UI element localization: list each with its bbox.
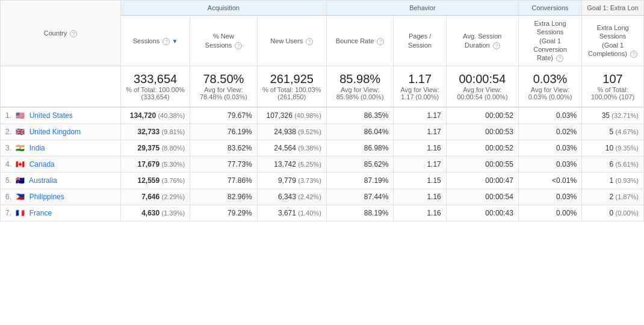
rank: 4. bbox=[5, 160, 11, 169]
rank: 1. bbox=[5, 111, 11, 120]
summary-bounce: 85.98% Avg for View: 85.98% (0.00%) bbox=[326, 66, 394, 108]
sessions-help-icon[interactable]: ? bbox=[163, 38, 170, 45]
bounce-value: 86.04% bbox=[326, 124, 394, 140]
table-row: 3. 🇮🇳 India 29,375 (8.80%) 83.62% 24,564… bbox=[1, 140, 644, 156]
summary-new-users: 261,925 % of Total: 100.03% (261,850) bbox=[257, 66, 326, 108]
bounce-value: 88.19% bbox=[326, 205, 394, 221]
flag-icon: 🇦🇺 bbox=[16, 176, 25, 185]
conv-rate-value: 0.02% bbox=[518, 124, 581, 140]
sessions-sort-icon[interactable]: ▼ bbox=[172, 37, 178, 45]
country-cell: 2. 🇬🇧 United Kingdom bbox=[1, 124, 121, 140]
country-link[interactable]: United Kingdom bbox=[29, 128, 81, 136]
rank: 7. bbox=[5, 209, 11, 217]
summary-country-cell bbox=[1, 66, 121, 108]
pct-new-value: 79.29% bbox=[190, 205, 258, 221]
country-link[interactable]: Australia bbox=[29, 176, 57, 185]
avg-session-help-icon[interactable]: ? bbox=[493, 42, 500, 49]
sessions-value: 7,646 (2.29%) bbox=[121, 189, 190, 205]
new-users-help-icon[interactable]: ? bbox=[306, 38, 313, 45]
conv-rate-value: 0.03% bbox=[518, 189, 581, 205]
avg-session-col-header: Avg. SessionDuration ? bbox=[446, 16, 518, 66]
country-link[interactable]: Philippines bbox=[29, 193, 64, 201]
summary-row: 333,654 % of Total: 100.00% (333,654) 78… bbox=[1, 66, 644, 108]
rank: 5. bbox=[5, 176, 11, 185]
sessions-value: 32,733 (9.81%) bbox=[121, 124, 190, 140]
goal-group-header: Goal 1: Extra Lon bbox=[582, 1, 644, 16]
new-users-value: 3,671 (1.40%) bbox=[257, 205, 326, 221]
conv-rate-value: 0.03% bbox=[518, 140, 581, 156]
country-cell: 5. 🇦🇺 Australia bbox=[1, 173, 121, 189]
duration-value: 00:00:52 bbox=[446, 140, 518, 156]
conv-rate-col-header: Extra LongSessions(Goal 1ConversionRate)… bbox=[518, 16, 581, 66]
new-users-value: 24,938 (9.52%) bbox=[257, 124, 326, 140]
country-link[interactable]: Canada bbox=[29, 160, 55, 169]
pct-new-help-icon[interactable]: ? bbox=[235, 42, 242, 49]
completions-value: 1 (0.93%) bbox=[582, 173, 644, 189]
country-cell: 4. 🇨🇦 Canada bbox=[1, 156, 121, 173]
bounce-value: 87.44% bbox=[326, 189, 394, 205]
rank: 3. bbox=[5, 144, 11, 152]
country-link[interactable]: United States bbox=[29, 111, 73, 120]
summary-sessions: 333,654 % of Total: 100.00% (333,654) bbox=[121, 66, 190, 108]
table-row: 6. 🇵🇭 Philippines 7,646 (2.29%) 82.96% 6… bbox=[1, 189, 644, 205]
bounce-help-icon[interactable]: ? bbox=[377, 38, 384, 45]
pages-value: 1.17 bbox=[394, 107, 446, 124]
sessions-value: 17,679 (5.30%) bbox=[121, 156, 190, 173]
summary-pct-new: 78.50% Avg for View: 78.48% (0.03%) bbox=[190, 66, 258, 108]
flag-icon: 🇺🇸 bbox=[16, 111, 25, 120]
flag-icon: 🇵🇭 bbox=[16, 193, 25, 201]
country-cell: 6. 🇵🇭 Philippines bbox=[1, 189, 121, 205]
completions-value: 2 (1.87%) bbox=[582, 189, 644, 205]
duration-value: 00:00:53 bbox=[446, 124, 518, 140]
bounce-value: 85.62% bbox=[326, 156, 394, 173]
conv-rate-value: 0.03% bbox=[518, 107, 581, 124]
acquisition-group-header: Acquisition bbox=[121, 1, 327, 16]
pages-value: 1.15 bbox=[394, 173, 446, 189]
sessions-value: 134,720 (40.38%) bbox=[121, 107, 190, 124]
duration-value: 00:00:52 bbox=[446, 107, 518, 124]
summary-pages: 1.17 Avg for View: 1.17 (0.00%) bbox=[394, 66, 446, 108]
pages-session-col-header: Pages /Session bbox=[394, 16, 446, 66]
duration-value: 00:00:47 bbox=[446, 173, 518, 189]
country-header: Country ? bbox=[1, 1, 121, 66]
bounce-rate-col-header: Bounce Rate ? bbox=[326, 16, 394, 66]
table-row: 5. 🇦🇺 Australia 12,559 (3.76%) 77.86% 9,… bbox=[1, 173, 644, 189]
completions-value: 5 (4.67%) bbox=[582, 124, 644, 140]
sessions-value: 29,375 (8.80%) bbox=[121, 140, 190, 156]
sessions-col-header: Sessions ? ▼ bbox=[121, 16, 190, 66]
duration-value: 00:00:54 bbox=[446, 189, 518, 205]
flag-icon: 🇨🇦 bbox=[16, 160, 25, 169]
pages-value: 1.16 bbox=[394, 140, 446, 156]
table-row: 4. 🇨🇦 Canada 17,679 (5.30%) 77.73% 13,74… bbox=[1, 156, 644, 173]
flag-icon: 🇬🇧 bbox=[16, 128, 25, 136]
pct-new-value: 77.73% bbox=[190, 156, 258, 173]
completions-value: 0 (0.00%) bbox=[582, 205, 644, 221]
rank: 2. bbox=[5, 128, 11, 136]
summary-completions: 107 % of Total: 100.00% (107) bbox=[582, 66, 644, 108]
sessions-value: 4,630 (1.39%) bbox=[121, 205, 190, 221]
completions-value: 10 (9.35%) bbox=[582, 140, 644, 156]
flag-icon: 🇫🇷 bbox=[16, 209, 25, 217]
new-users-value: 107,326 (40.98%) bbox=[257, 107, 326, 124]
pct-new-value: 82.96% bbox=[190, 189, 258, 205]
pages-value: 1.16 bbox=[394, 205, 446, 221]
pct-new-value: 83.62% bbox=[190, 140, 258, 156]
new-users-value: 6,343 (2.42%) bbox=[257, 189, 326, 205]
country-help-icon[interactable]: ? bbox=[70, 30, 77, 37]
bounce-value: 86.98% bbox=[326, 140, 394, 156]
bounce-value: 86.35% bbox=[326, 107, 394, 124]
country-link[interactable]: India bbox=[29, 144, 45, 152]
behavior-group-header: Behavior bbox=[326, 1, 518, 16]
flag-icon: 🇮🇳 bbox=[16, 144, 25, 152]
conversions-group-header: Conversions bbox=[518, 1, 581, 16]
new-users-value: 24,564 (9.38%) bbox=[257, 140, 326, 156]
table-row: 2. 🇬🇧 United Kingdom 32,733 (9.81%) 76.1… bbox=[1, 124, 644, 140]
completions-value: 6 (5.61%) bbox=[582, 156, 644, 173]
country-link[interactable]: France bbox=[29, 209, 52, 217]
conv-rate-value: 0.00% bbox=[518, 205, 581, 221]
conv-rate-help-icon[interactable]: ? bbox=[556, 55, 563, 62]
pct-new-sessions-col-header: % NewSessions ? bbox=[190, 16, 258, 66]
completions-help-icon[interactable]: ? bbox=[630, 51, 637, 58]
bounce-value: 87.19% bbox=[326, 173, 394, 189]
conv-rate-value: 0.03% bbox=[518, 156, 581, 173]
